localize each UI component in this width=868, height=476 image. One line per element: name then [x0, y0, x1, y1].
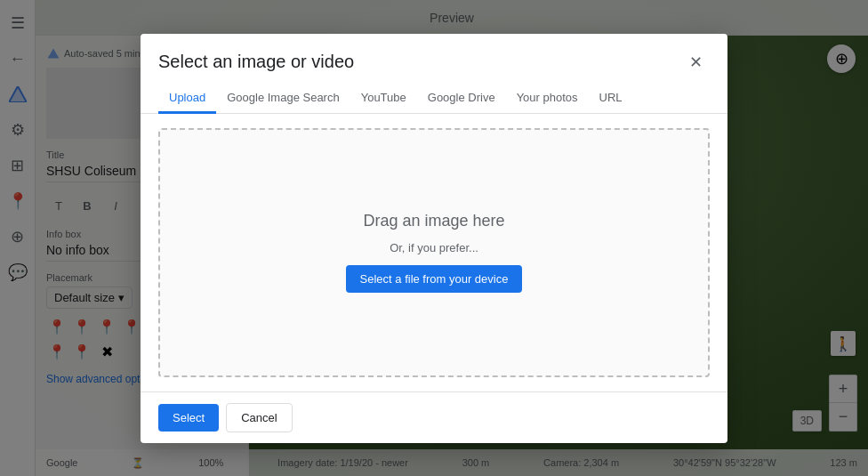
tab-your-photos[interactable]: Your photos: [506, 84, 589, 114]
tab-google-image-search[interactable]: Google Image Search: [216, 84, 350, 114]
dialog-body: Drag an image here Or, if you prefer... …: [141, 114, 727, 391]
or-text: Or, if you prefer...: [390, 241, 478, 254]
dialog-header: Select an image or video ✕: [141, 34, 727, 84]
dialog-close-button[interactable]: ✕: [681, 48, 710, 77]
tab-url[interactable]: URL: [589, 84, 633, 114]
select-button[interactable]: Select: [158, 404, 219, 432]
select-file-button[interactable]: Select a file from your device: [346, 265, 523, 293]
upload-drop-zone[interactable]: Drag an image here Or, if you prefer... …: [158, 128, 710, 377]
close-icon: ✕: [689, 52, 703, 72]
dialog-footer: Select Cancel: [141, 391, 727, 443]
drag-image-text: Drag an image here: [363, 212, 504, 230]
tab-upload[interactable]: Upload: [158, 84, 216, 114]
modal-overlay: Select an image or video ✕ Upload Google…: [0, 0, 868, 476]
tab-google-drive[interactable]: Google Drive: [417, 84, 506, 114]
select-image-dialog: Select an image or video ✕ Upload Google…: [141, 34, 727, 443]
cancel-button[interactable]: Cancel: [226, 403, 292, 432]
dialog-title: Select an image or video: [158, 52, 354, 72]
tab-youtube[interactable]: YouTube: [350, 84, 417, 114]
dialog-tabs: Upload Google Image Search YouTube Googl…: [141, 84, 727, 114]
